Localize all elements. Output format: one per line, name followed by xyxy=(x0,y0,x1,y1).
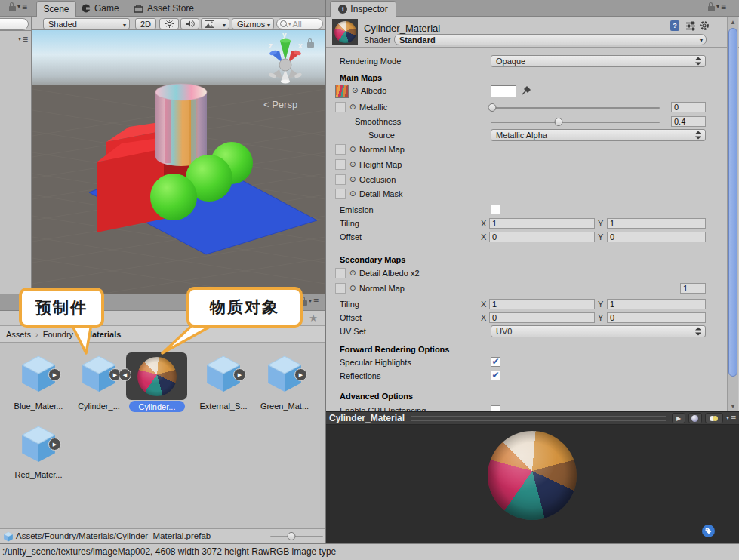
target-picker-icon[interactable]: ⊙ xyxy=(349,284,356,292)
left-panel-window-menu[interactable]: ▾ ≡ xyxy=(9,2,27,11)
preview-lighting-button[interactable] xyxy=(705,413,723,423)
textured-cylinder[interactable] xyxy=(155,84,207,166)
offset-y-field[interactable] xyxy=(607,232,706,242)
offset-x-field[interactable] xyxy=(489,232,595,242)
project-item-label[interactable]: External_S... xyxy=(189,402,257,411)
secondary-tiling-y-field[interactable] xyxy=(607,299,706,309)
breadcrumb-assets[interactable]: Assets xyxy=(6,330,31,339)
emission-checkbox[interactable] xyxy=(491,205,500,214)
tab-game[interactable]: Game xyxy=(82,0,119,17)
left-subpanel-menu[interactable]: ▾ ≡ xyxy=(18,35,28,44)
preview-shape-button[interactable] xyxy=(688,413,702,423)
target-picker-icon[interactable]: ⊙ xyxy=(349,160,356,168)
shader-dropdown[interactable]: Standard ▾ xyxy=(394,34,707,45)
thumbnail-zoom-slider[interactable] xyxy=(270,536,323,537)
project-item-label[interactable]: Cylinder_... xyxy=(65,402,133,411)
scene-audio-button[interactable] xyxy=(180,18,199,29)
reflections-checkbox[interactable]: ✔ xyxy=(491,371,500,380)
smoothness-value-field[interactable] xyxy=(671,116,706,127)
gizmos-dropdown[interactable]: Gizmos ▾ xyxy=(232,18,274,29)
preview-material-sphere[interactable] xyxy=(488,431,577,520)
scene-viewport[interactable]: y z x < Persp xyxy=(32,30,325,294)
preview-menu[interactable]: ▾ ≡ xyxy=(726,414,736,423)
preview-body[interactable] xyxy=(326,425,739,543)
target-picker-icon[interactable]: ⊙ xyxy=(352,86,358,94)
inspector-window-menu[interactable]: ▾ ≡ xyxy=(708,2,726,11)
secondary-normal-texture-slot[interactable] xyxy=(335,283,346,294)
detail-mask-texture-slot[interactable] xyxy=(335,189,346,199)
eyedropper-icon[interactable] xyxy=(521,85,531,96)
asset-collapse-badge[interactable]: ◀ xyxy=(119,368,131,381)
normal-map-texture-slot[interactable] xyxy=(335,144,346,155)
chevron-down-icon[interactable]: ▾ xyxy=(17,4,20,10)
scene-lock-icon[interactable] xyxy=(307,42,314,48)
breadcrumb-foundry[interactable]: Foundry xyxy=(43,330,73,339)
target-picker-icon[interactable]: ⊙ xyxy=(349,175,356,183)
project-item-label[interactable]: Red_Mater... xyxy=(5,470,72,479)
metallic-slider[interactable] xyxy=(491,107,660,109)
lock-icon[interactable] xyxy=(708,6,715,11)
secondary-tiling-x-field[interactable] xyxy=(489,299,595,309)
chevron-down-icon[interactable]: ▾ xyxy=(309,298,312,304)
help-icon[interactable]: ? xyxy=(670,20,679,31)
target-picker-icon[interactable]: ⊙ xyxy=(349,269,356,277)
height-map-texture-slot[interactable] xyxy=(335,159,346,170)
preview-play-button[interactable]: ▶ xyxy=(672,413,685,423)
scene-search-field[interactable]: ▾ All xyxy=(276,18,323,29)
green-sphere[interactable] xyxy=(150,174,197,220)
asset-expand-badge[interactable]: ▶ xyxy=(294,368,307,381)
project-item-label[interactable]: Blue_Mater... xyxy=(5,402,72,411)
normal-scale-field[interactable] xyxy=(680,283,706,294)
specular-highlights-checkbox[interactable]: ✔ xyxy=(491,357,500,367)
inspector-scrollbar[interactable]: ▲ ▼ xyxy=(727,17,738,411)
target-picker-icon[interactable]: ⊙ xyxy=(349,145,356,153)
tiling-y-field[interactable] xyxy=(607,218,706,229)
secondary-offset-x-field[interactable] xyxy=(489,312,595,323)
tab-asset-store[interactable]: Asset Store xyxy=(134,0,194,17)
presets-icon[interactable] xyxy=(685,20,696,31)
panel-divider-vertical[interactable] xyxy=(325,0,326,543)
favorite-star-button[interactable]: ★ xyxy=(303,312,323,325)
breadcrumb-materials[interactable]: Materials xyxy=(85,330,122,339)
asset-labels-icon[interactable] xyxy=(702,525,715,537)
asset-expand-badge[interactable]: ▶ xyxy=(233,368,246,381)
project-item-label-selected[interactable]: Cylinder... xyxy=(129,401,185,412)
uv-set-dropdown[interactable]: UV0 xyxy=(491,325,706,337)
tab-scene[interactable]: Scene xyxy=(36,1,76,17)
material-preview-icon[interactable] xyxy=(332,19,358,45)
menu-icon[interactable]: ≡ xyxy=(313,297,319,306)
scene-effects-button[interactable]: ▾ xyxy=(201,18,229,29)
source-dropdown[interactable]: Metallic Alpha xyxy=(491,129,706,141)
tiling-x-field[interactable] xyxy=(489,218,595,229)
project-item-label[interactable]: Green_Mat... xyxy=(251,402,319,411)
zoom-slider-thumb[interactable] xyxy=(288,532,296,540)
secondary-offset-y-field[interactable] xyxy=(607,312,706,323)
preview-drag-handle[interactable] xyxy=(411,416,666,421)
2d-toggle-button[interactable]: 2D xyxy=(135,18,156,29)
target-picker-icon[interactable]: ⊙ xyxy=(349,189,356,198)
metallic-value-field[interactable] xyxy=(671,102,706,112)
scene-lighting-button[interactable] xyxy=(159,18,179,29)
asset-expand-badge[interactable]: ▶ xyxy=(48,438,61,451)
target-picker-icon[interactable]: ⊙ xyxy=(349,103,356,111)
detail-albedo-texture-slot[interactable] xyxy=(335,268,346,278)
occlusion-texture-slot[interactable] xyxy=(335,174,346,185)
preview-header[interactable]: Cylinder_Material ▶ ▾ ≡ xyxy=(326,411,739,425)
gear-icon[interactable] xyxy=(699,20,710,31)
tab-inspector[interactable]: i Inspector xyxy=(330,1,396,17)
perspective-label[interactable]: < Persp xyxy=(263,99,297,110)
albedo-texture-slot[interactable] xyxy=(335,85,349,98)
scrollbar-thumb[interactable] xyxy=(728,28,737,377)
asset-expand-badge[interactable]: ▶ xyxy=(48,368,61,381)
lock-icon[interactable] xyxy=(9,6,16,11)
project-item-selected-tile[interactable] xyxy=(126,352,187,400)
metallic-texture-slot[interactable] xyxy=(335,102,346,112)
chevron-down-icon[interactable]: ▾ xyxy=(716,4,719,10)
menu-icon[interactable]: ≡ xyxy=(721,2,726,11)
albedo-color-swatch[interactable] xyxy=(491,85,516,97)
status-text[interactable]: :/unity_scene/textures/imageMap002, 4608… xyxy=(2,546,336,557)
scroll-up-icon[interactable]: ▲ xyxy=(728,17,738,27)
menu-icon[interactable]: ≡ xyxy=(22,2,27,11)
scroll-down-icon[interactable]: ▼ xyxy=(728,401,738,411)
smoothness-slider[interactable] xyxy=(491,122,660,123)
